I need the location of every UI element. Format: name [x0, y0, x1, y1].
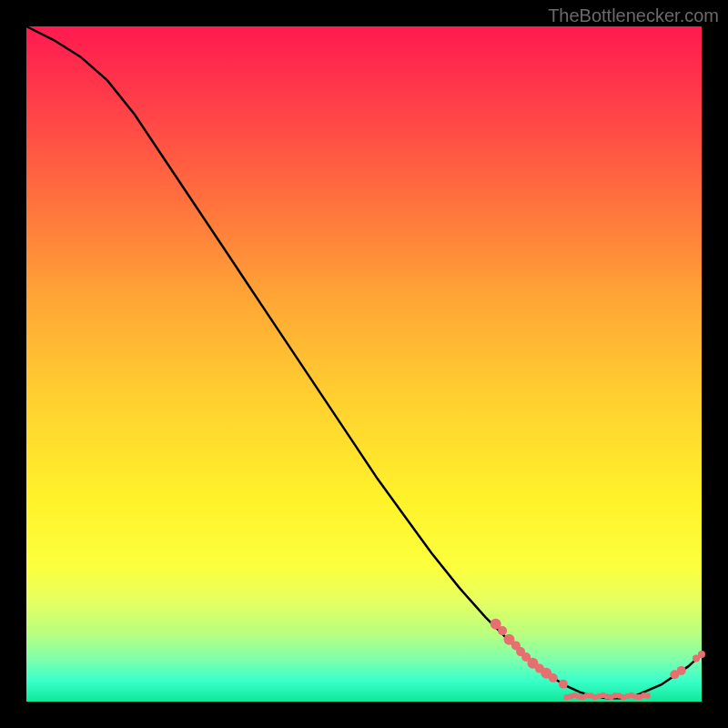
plot-area — [26, 26, 702, 702]
marker-dot — [559, 680, 568, 689]
marker-dot — [549, 673, 558, 682]
curve-svg — [26, 26, 702, 702]
bottleneck-curve — [26, 26, 702, 698]
flat-band-dot — [644, 693, 650, 698]
marker-dot — [698, 651, 705, 658]
marker-dot — [677, 666, 686, 675]
credit-text: TheBottlenecker.com — [548, 5, 719, 26]
scatter-markers — [490, 619, 705, 689]
flat-band-markers — [563, 693, 650, 701]
chart-container: TheBottlenecker.com — [0, 0, 728, 728]
marker-dot — [498, 626, 507, 635]
